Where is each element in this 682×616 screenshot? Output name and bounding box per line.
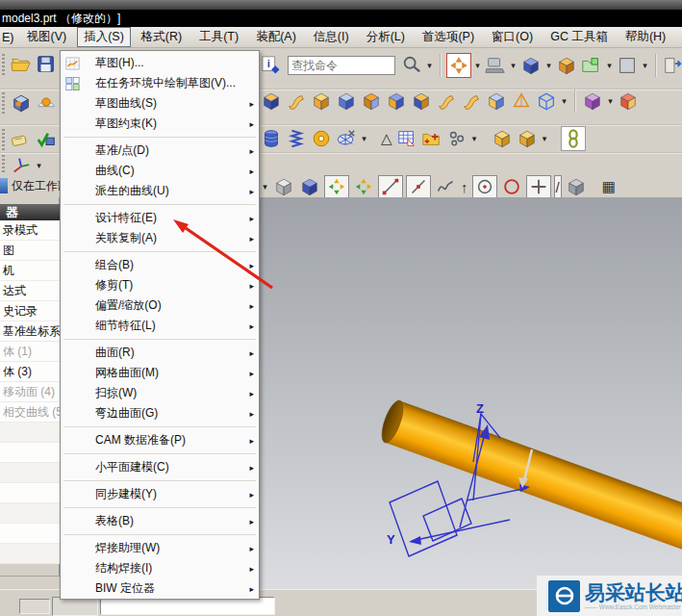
menu-insert[interactable]: 插入(S): [77, 27, 131, 47]
menu-item-facet-modeling[interactable]: 小平面建模(C)▸: [62, 457, 258, 477]
examine-geometry-icon[interactable]: [35, 128, 58, 151]
layer-settings-icon[interactable]: [580, 54, 603, 77]
watermark-logo[interactable]: 易采站长站 —— Www.Easck.Com Webmaster: [537, 576, 682, 616]
menu-item-surface[interactable]: 曲面(R)▸: [62, 343, 258, 363]
menu-item-structure-welding[interactable]: 结构焊接(I)▸: [62, 558, 258, 578]
information-icon[interactable]: i: [260, 54, 283, 77]
revolve-icon[interactable]: [285, 90, 308, 113]
triangle-tool-icon[interactable]: △: [380, 127, 393, 150]
navigator-item[interactable]: 机: [0, 261, 60, 281]
menu-item-curve[interactable]: 曲线(C)▸: [62, 161, 258, 181]
snap-curve-icon[interactable]: [434, 175, 457, 198]
navigator-item[interactable]: 体 (3): [0, 362, 60, 382]
selection-scope-label[interactable]: 仅在工作部: [12, 178, 62, 194]
snap-arc-center-icon[interactable]: [472, 175, 497, 198]
menu-item-cam-data-preparation[interactable]: CAM 数据准备(P)▸: [62, 430, 258, 450]
view-caret[interactable]: ▾: [544, 54, 553, 77]
move-caret[interactable]: ▾: [606, 90, 615, 113]
block-icon[interactable]: [310, 90, 333, 113]
menu-item-sketch-in-task-env[interactable]: 在任务环境中绘制草图(V)...: [62, 73, 258, 93]
snap-circle-icon[interactable]: [500, 175, 523, 198]
search-options-caret[interactable]: ▾: [425, 54, 434, 77]
snap-alt-icon[interactable]: [352, 175, 375, 198]
menu-item-associative-copy[interactable]: 关联复制(A)▸: [62, 228, 258, 248]
menu-analysis[interactable]: 分析(L): [360, 27, 412, 47]
navigator-item[interactable]: 录模式: [0, 220, 60, 241]
open-icon[interactable]: [10, 53, 33, 76]
relations-caret[interactable]: ▾: [470, 127, 479, 150]
menu-item-trim[interactable]: 修剪(T)▸: [62, 275, 258, 295]
add-to-folder-icon[interactable]: [420, 127, 443, 150]
command-search-input[interactable]: [288, 56, 395, 75]
new-window-icon[interactable]: [662, 54, 682, 77]
snap-midpoint-icon[interactable]: [406, 175, 431, 198]
relations-icon[interactable]: [445, 127, 468, 150]
pyramid-icon[interactable]: [510, 90, 533, 113]
wedge-icon[interactable]: [485, 90, 508, 113]
slab-icon[interactable]: [335, 90, 358, 113]
snap-point-icon[interactable]: [526, 175, 551, 198]
menu-item-flange-surface[interactable]: 弯边曲面(G)▸: [62, 403, 258, 424]
link-tool-icon[interactable]: [561, 126, 586, 151]
layer-caret[interactable]: ▾: [605, 54, 614, 77]
menu-item-biw-locator[interactable]: BIW 定位器▸: [62, 578, 258, 599]
grid-toggle-icon[interactable]: ▦: [601, 175, 617, 198]
unite-icon[interactable]: [410, 90, 433, 113]
work-solid-icon[interactable]: [298, 175, 321, 198]
menu-item-detail-feature[interactable]: 细节特征(L)▸: [62, 316, 258, 336]
save-icon[interactable]: [35, 53, 58, 76]
snap-pole-icon[interactable]: ↑: [460, 175, 469, 198]
navigator-item[interactable]: 相交曲线 (5: [0, 402, 60, 423]
shaded-view-icon[interactable]: [519, 54, 543, 77]
menu-item-design-feature[interactable]: 设计特征(E)▸: [62, 208, 258, 228]
menu-gc-toolbox[interactable]: GC 工具箱: [543, 27, 615, 47]
menu-item-weld-assistant[interactable]: 焊接助理(W)▸: [62, 538, 258, 558]
navigator-item[interactable]: 达式: [0, 281, 60, 301]
menu-item-offset-scale[interactable]: 偏置/缩放(O)▸: [62, 295, 258, 316]
navigator-item[interactable]: 基准坐标系 (: [0, 321, 60, 342]
snap-face-icon[interactable]: [565, 175, 588, 198]
boolean-a-icon[interactable]: [491, 127, 514, 150]
menu-item-datum-point[interactable]: 基准/点(D)▸: [62, 141, 258, 161]
navigator-item[interactable]: 体 (1): [0, 342, 60, 362]
menu-item-mesh-surface[interactable]: 网格曲面(M)▸: [62, 363, 258, 383]
menu-item-sketch[interactable]: 草图(H)...: [62, 53, 258, 73]
menu-information[interactable]: 信息(I): [307, 27, 356, 47]
datum-csys-icon[interactable]: [10, 91, 33, 115]
snap-endpoint-icon[interactable]: [378, 175, 403, 198]
torus-tool-icon[interactable]: [310, 127, 333, 150]
spring-tool-icon[interactable]: [285, 127, 308, 150]
edge-blend-icon[interactable]: [617, 90, 640, 113]
menu-view[interactable]: 视图(V): [20, 27, 74, 47]
navigator-item[interactable]: 移动面 (4): [0, 382, 60, 402]
move-object-icon[interactable]: [581, 90, 604, 113]
wire-caret[interactable]: ▾: [560, 90, 568, 113]
menu-tools[interactable]: 工具(T): [192, 27, 245, 47]
wire-cube-icon[interactable]: [535, 90, 558, 113]
spreadsheet-icon[interactable]: [395, 127, 418, 150]
hole-icon[interactable]: [360, 90, 383, 113]
navigator-item[interactable]: 史记录: [0, 301, 60, 321]
show-hide-icon[interactable]: [484, 54, 507, 77]
navigator-item[interactable]: 图: [0, 241, 60, 261]
boss-icon[interactable]: [385, 90, 408, 113]
mesh-caret[interactable]: ▾: [360, 127, 368, 150]
notes-icon[interactable]: [10, 128, 33, 151]
boolean-b-icon[interactable]: [516, 127, 539, 150]
menu-item-synchronous-modeling[interactable]: 同步建模(Y)▸: [62, 484, 258, 504]
menu-preferences[interactable]: 首选项(P): [416, 27, 481, 47]
snap-line-icon[interactable]: /: [554, 175, 562, 198]
sphere-tool-icon[interactable]: [35, 91, 58, 115]
menu-help[interactable]: 帮助(H): [619, 27, 672, 47]
fit-view-icon[interactable]: [446, 53, 471, 78]
menu-item-table[interactable]: 表格(B)▸: [62, 511, 258, 531]
menu-window[interactable]: 窗口(O): [485, 27, 540, 47]
fit-caret[interactable]: ▾: [473, 54, 482, 77]
window-style-icon[interactable]: [616, 54, 639, 77]
snap-enable-icon[interactable]: [324, 175, 349, 198]
extrude-icon[interactable]: [260, 90, 283, 113]
menu-item-sketch-curve[interactable]: 草图曲线(S)▸: [62, 93, 258, 114]
menu-item-sketch-constraint[interactable]: 草图约束(K)▸: [62, 114, 258, 134]
menu-assemblies[interactable]: 装配(A): [249, 27, 303, 47]
menu-item-derived-curve[interactable]: 派生的曲线(U)▸: [62, 181, 258, 201]
